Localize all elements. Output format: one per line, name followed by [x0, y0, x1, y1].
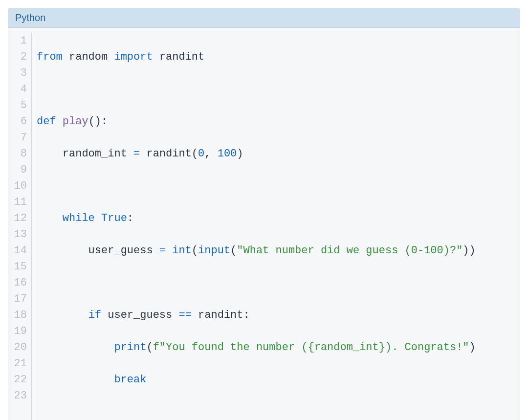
line-number: 23 — [13, 388, 27, 404]
code-line — [37, 275, 515, 291]
code-line: if user_guess == randint: — [37, 307, 515, 323]
code-line — [37, 178, 515, 194]
code-line: random_int = randint(0, 100) — [37, 146, 515, 162]
code-line — [37, 404, 515, 420]
line-number: 15 — [13, 259, 27, 275]
code-block: Python 123456789101112131415161718192021… — [8, 8, 520, 420]
line-number: 20 — [13, 339, 27, 355]
line-number: 10 — [13, 178, 27, 194]
line-number: 11 — [13, 194, 27, 210]
line-number: 13 — [13, 226, 27, 243]
line-gutter: 1234567891011121314151617181920212223 — [13, 33, 32, 420]
code-line: user_guess = int(input("What number did … — [37, 243, 515, 259]
line-number: 22 — [13, 372, 27, 388]
code-area: from random import randint def play(): r… — [32, 33, 515, 420]
line-number: 2 — [13, 49, 27, 65]
code-line: from random import randint — [37, 49, 515, 65]
line-number: 6 — [13, 113, 27, 130]
line-number: 14 — [13, 243, 27, 259]
line-number: 8 — [13, 146, 27, 162]
code-line: break — [37, 372, 515, 388]
line-number: 7 — [13, 130, 27, 146]
line-number: 5 — [13, 97, 27, 113]
line-number: 9 — [13, 162, 27, 178]
code-body: 1234567891011121314151617181920212223 fr… — [8, 28, 520, 420]
line-number: 21 — [13, 355, 27, 372]
code-line: while True: — [37, 210, 515, 226]
language-header: Python — [8, 8, 520, 28]
line-number: 19 — [13, 323, 27, 339]
line-number: 17 — [13, 291, 27, 307]
line-number: 1 — [13, 33, 27, 49]
code-line: def play(): — [37, 113, 515, 130]
line-number: 3 — [13, 65, 27, 81]
line-number: 18 — [13, 307, 27, 323]
code-line: print(f"You found the number ({random_in… — [37, 339, 515, 355]
line-number: 16 — [13, 275, 27, 291]
line-number: 4 — [13, 81, 27, 97]
line-number: 12 — [13, 210, 27, 226]
code-line — [37, 81, 515, 97]
language-label: Python — [15, 12, 45, 23]
